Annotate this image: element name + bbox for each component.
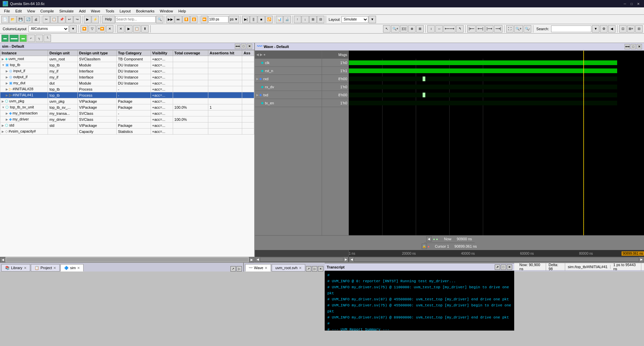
tab-uvm-root-close[interactable]: ✕ [299, 266, 302, 270]
maximize-button[interactable]: □ [629, 1, 635, 7]
cut-button[interactable]: ✂ [43, 16, 50, 23]
wave-nav3[interactable]: |⟶ [485, 25, 494, 33]
wave-signal-row[interactable]: ◆ rst_n [255, 67, 322, 75]
table-row[interactable]: ▶ ▣ my_dut dut Module DU Instance +acc=.… [0, 80, 254, 86]
wave-hscroll-prev[interactable]: ◀ [349, 257, 354, 262]
table-row[interactable]: ▶ ◈ uvm_root uvm_root SVClassItem TB Com… [0, 56, 254, 62]
undo-button[interactable]: ↩ [66, 16, 73, 23]
zoom-full[interactable]: ⛶ [506, 25, 514, 33]
simulate-button[interactable]: ⚡ [92, 16, 99, 23]
scope-btn1[interactable]: ✕ [117, 25, 124, 33]
col-layout-dropdown[interactable]: ▼ [69, 25, 77, 33]
table-row[interactable]: ▶ ◎ input_if my_if Interface DU Instance… [0, 68, 254, 74]
wave-panel-maximize-btn[interactable]: □ [631, 44, 636, 49]
col-visibility[interactable]: Visibility [151, 50, 173, 56]
wave-nav4[interactable]: ⟶| [494, 25, 502, 33]
wave-cursor-btn[interactable]: ↖ [383, 25, 390, 33]
col-ass[interactable]: Ass [242, 50, 254, 56]
wave-add-btn[interactable]: ⊕ [408, 25, 416, 33]
help-search[interactable] [115, 16, 156, 23]
time-unit[interactable]: ps ▼ [229, 16, 239, 23]
wave-tb2[interactable]: ▬▬ [9, 35, 19, 42]
menu-item-simulate[interactable]: Simulate [57, 8, 76, 14]
menu-item-window[interactable]: Window [157, 8, 176, 14]
table-row[interactable]: ▼ ⬡ top_tb_sv_unit top_tb_sv_... VIPacka… [0, 104, 254, 110]
step-button[interactable]: ⏩ [201, 16, 208, 23]
layout-btn1[interactable]: ↑ [294, 16, 301, 23]
analyze-btn[interactable]: 🔬 [283, 16, 291, 23]
minimize-button[interactable]: ─ [622, 1, 628, 7]
zoom-region[interactable]: ⊡ [619, 25, 627, 33]
search-input[interactable] [551, 26, 591, 32]
wave-panel-close-btn[interactable]: ✕ [637, 44, 642, 49]
tab-project-close[interactable]: ✕ [53, 266, 56, 270]
wave-tb3[interactable]: ▬ [19, 35, 27, 42]
sig-expand-icon[interactable]: ▶ [256, 77, 259, 81]
sim-btn4[interactable]: ⏫ [190, 16, 198, 23]
tab-wave[interactable]: 〰 Wave ✕ [245, 264, 271, 271]
wave-expand-btn[interactable]: ⊞ [416, 25, 424, 33]
signal-btn2[interactable]: ↔ [435, 25, 443, 33]
filter-btn3[interactable]: +🔽 [97, 25, 105, 33]
table-row[interactable]: ▶ ◆ my_transaction my_transa... SVClass … [0, 110, 254, 116]
signal-btn4[interactable]: ↰ [456, 25, 464, 33]
search-options[interactable]: ⚙ [600, 25, 607, 33]
search-prev[interactable]: ◀ [608, 25, 615, 33]
table-row[interactable]: ▶ ▷ #INITIAL#41 top_tb Process - +acc=..… [0, 92, 254, 98]
table-row[interactable]: ▶ ▷ #INITIAL#28 top_tb Process - +acc=..… [0, 86, 254, 92]
scope-btn2[interactable]: ▶ [125, 25, 132, 33]
new-button[interactable]: 📄 [1, 16, 9, 23]
wave-hscroll[interactable] [354, 257, 639, 261]
menu-item-edit[interactable]: Edit [13, 8, 24, 14]
transcript-close[interactable]: ✕ [507, 264, 512, 270]
col-assertions-hit[interactable]: Assertions hit [208, 50, 242, 56]
zoom-restore[interactable]: ⊟ [635, 25, 643, 33]
menu-item-view[interactable]: View [24, 8, 38, 14]
scroll-left-btn[interactable]: ◀ [0, 257, 5, 262]
menu-item-compile[interactable]: Compile [38, 8, 56, 14]
wave-signal-row[interactable]: ▶ ◆ txd [255, 91, 322, 99]
refresh-button[interactable]: 🔄 [24, 16, 32, 23]
right-panel-expand[interactable]: ▷ [312, 266, 317, 271]
wave-vscroll[interactable] [260, 257, 343, 261]
transcript-maximize[interactable]: □ [501, 264, 506, 270]
table-row[interactable]: ▶ ⬡ uvm_pkg uvm_pkg VIPackage Package +a… [0, 98, 254, 104]
left-scrollbar[interactable] [6, 258, 248, 262]
paste-button[interactable]: 📌 [58, 16, 65, 23]
wave-scroll-prev[interactable]: ◀ [255, 257, 260, 262]
layout-btn3[interactable]: ⊞ [309, 16, 317, 23]
coverage-btn[interactable]: 📊 [276, 16, 283, 23]
right-panel-float[interactable]: ↗ [306, 266, 311, 271]
layout-dropdown[interactable]: ▼ [369, 16, 376, 23]
tab-sim-close[interactable]: ✕ [77, 266, 80, 270]
left-panel-expand[interactable]: ▷ [236, 266, 242, 271]
copy-button[interactable]: 📋 [50, 16, 58, 23]
filter-btn4[interactable]: ✕ [106, 25, 113, 33]
col-design-unit-type[interactable]: Design unit type [77, 50, 116, 56]
filter-btn2[interactable]: ▽ [89, 25, 96, 33]
wave-signal-row[interactable]: ◆ tx_en [255, 99, 322, 107]
wave-nav2[interactable]: ⟵| [476, 25, 485, 33]
menu-item-help[interactable]: Help [176, 8, 189, 14]
run-btn3[interactable]: ■ [258, 16, 265, 23]
zoom-out[interactable]: 🔍- [524, 25, 531, 33]
wave-panel-resize-btn[interactable]: ⟺ [625, 44, 630, 49]
right-panel-close[interactable]: ✕ [318, 266, 323, 271]
panel-resize-btn[interactable]: ⟺ [235, 44, 240, 49]
transcript-content[interactable]: ## UVM_INFO @ 0: reporter [RNTST] Runnin… [325, 271, 514, 331]
menu-item-tools[interactable]: Tools [103, 8, 117, 14]
menu-item-wave[interactable]: Wave [88, 8, 103, 14]
panel-close-btn[interactable]: ✕ [247, 44, 252, 49]
tab-library[interactable]: 📚 Library ✕ [1, 264, 30, 271]
zoom-in[interactable]: 🔍+ [514, 25, 523, 33]
wave-tb1[interactable]: ▬ [1, 35, 9, 42]
wave-signal-row[interactable]: ▶ ◆ rxd [255, 75, 322, 83]
transcript-float[interactable]: ↗ [495, 264, 500, 270]
wave-prev-btn[interactable]: ◀ [426, 236, 432, 242]
left-panel-float[interactable]: ↗ [230, 266, 236, 271]
time-input[interactable] [208, 16, 228, 23]
wave-tb4[interactable]: ⌐ [28, 35, 35, 42]
wave-zoomin-btn[interactable]: |⟨⟩| [400, 25, 408, 33]
table-row[interactable]: ▶ ◇ #vsim_capacity# Capacity Statistics … [0, 129, 254, 135]
layout-btn2[interactable]: ↓ [302, 16, 309, 23]
